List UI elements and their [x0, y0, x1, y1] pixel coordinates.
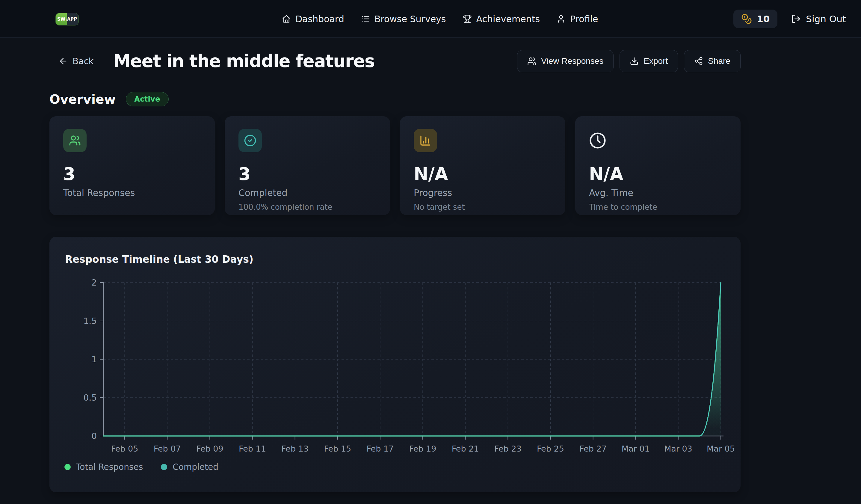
svg-text:1.5: 1.5 — [83, 316, 97, 326]
stat-label: Completed — [238, 188, 376, 198]
app-logo[interactable]: SW APP ⇄ — [56, 13, 79, 25]
stat-card-progress: N/A Progress No target set — [400, 116, 565, 215]
user-icon — [557, 14, 565, 23]
nav-right: 10 Sign Out — [733, 0, 846, 38]
response-timeline-chart: Feb 05Feb 07Feb 09Feb 11Feb 13Feb 15Feb … — [50, 237, 741, 492]
legend-dot-teal — [161, 464, 167, 470]
svg-text:Feb 21: Feb 21 — [452, 444, 479, 453]
check-circle-icon — [244, 134, 257, 147]
svg-text:0.5: 0.5 — [83, 393, 97, 403]
overview-section-header: Overview Active — [50, 90, 169, 108]
nav-menu: Dashboard Browse Surveys Achievements Pr… — [282, 0, 598, 38]
nav-item-label: Browse Surveys — [374, 14, 446, 24]
stat-subtext: No target set — [414, 203, 551, 212]
view-responses-label: View Responses — [541, 56, 603, 66]
svg-text:Feb 05: Feb 05 — [111, 444, 138, 453]
stat-card-total-responses: 3 Total Responses — [50, 116, 215, 215]
clock-icon — [589, 132, 606, 149]
page-title: Meet in the middle features — [113, 51, 374, 71]
nav-item-achievements[interactable]: Achievements — [463, 14, 540, 24]
svg-text:Feb 15: Feb 15 — [324, 444, 351, 453]
export-label: Export — [643, 56, 668, 66]
coins-balance[interactable]: 10 — [733, 10, 777, 28]
stat-label: Total Responses — [63, 188, 201, 198]
trophy-icon — [463, 14, 472, 23]
nav-item-dashboard[interactable]: Dashboard — [282, 14, 344, 24]
share-icon — [694, 57, 703, 66]
nav-item-label: Achievements — [476, 14, 540, 24]
back-label: Back — [72, 56, 94, 66]
share-label: Share — [708, 56, 730, 66]
nav-item-profile[interactable]: Profile — [557, 14, 598, 24]
svg-text:0: 0 — [91, 431, 97, 441]
chart-legend: Total Responses Completed — [65, 462, 218, 472]
stat-value: N/A — [414, 165, 551, 183]
page-header: Back Meet in the middle features View Re… — [50, 47, 741, 76]
bar-chart-icon — [420, 135, 432, 147]
legend-label: Completed — [173, 462, 218, 472]
svg-text:Feb 23: Feb 23 — [494, 444, 522, 453]
svg-text:Feb 13: Feb 13 — [281, 444, 309, 453]
svg-text:Feb 25: Feb 25 — [537, 444, 564, 453]
nav-item-browse-surveys[interactable]: Browse Surveys — [361, 14, 446, 24]
download-icon — [630, 57, 639, 66]
stat-label: Progress — [414, 188, 551, 198]
legend-label: Total Responses — [76, 462, 143, 472]
back-button[interactable]: Back — [58, 56, 94, 66]
top-nav: SW APP ⇄ Dashboard Browse Surveys Achiev… — [0, 0, 861, 38]
stat-value: N/A — [589, 165, 727, 183]
stat-value: 3 — [63, 165, 201, 183]
svg-text:Mar 05: Mar 05 — [707, 444, 735, 453]
svg-text:Feb 11: Feb 11 — [239, 444, 266, 453]
stat-subtext: 100.0% completion rate — [238, 203, 376, 212]
svg-text:Mar 01: Mar 01 — [621, 444, 650, 453]
legend-dot-green — [65, 464, 71, 470]
svg-text:Feb 17: Feb 17 — [367, 444, 394, 453]
users-icon — [69, 135, 81, 147]
overview-heading: Overview — [50, 92, 115, 107]
nav-item-label: Dashboard — [296, 14, 344, 24]
coins-count: 10 — [757, 13, 770, 24]
view-responses-button[interactable]: View Responses — [517, 50, 614, 72]
logo-swap-arrow-icon: ⇄ — [65, 17, 69, 22]
legend-item-completed: Completed — [161, 462, 218, 472]
share-button[interactable]: Share — [684, 50, 741, 72]
stat-subtext: Time to complete — [589, 203, 727, 212]
svg-text:Feb 09: Feb 09 — [196, 444, 223, 453]
header-actions: View Responses Export Share — [517, 50, 741, 72]
coins-icon — [741, 13, 752, 24]
svg-text:1: 1 — [91, 354, 97, 364]
stat-card-avg-time: N/A Avg. Time Time to complete — [575, 116, 741, 215]
stat-card-completed: 3 Completed 100.0% completion rate — [225, 116, 390, 215]
logout-icon — [791, 14, 801, 24]
sign-out-label: Sign Out — [806, 13, 846, 24]
arrow-left-icon — [58, 56, 68, 66]
svg-text:Feb 27: Feb 27 — [579, 444, 607, 453]
svg-text:2: 2 — [91, 278, 97, 288]
nav-item-label: Profile — [570, 14, 598, 24]
survey-dashboard-page: { "nav": { "logo": { "left": "SW", "righ… — [0, 0, 861, 504]
stat-cards: 3 Total Responses 3 Completed 100.0% com… — [50, 116, 741, 215]
export-button[interactable]: Export — [619, 50, 678, 72]
svg-text:Feb 19: Feb 19 — [409, 444, 437, 453]
stat-value: 3 — [238, 165, 376, 183]
sign-out-button[interactable]: Sign Out — [791, 13, 846, 24]
home-icon — [282, 14, 291, 23]
status-badge: Active — [126, 92, 168, 106]
list-icon — [361, 14, 370, 23]
svg-text:Mar 03: Mar 03 — [664, 444, 692, 453]
svg-text:Feb 07: Feb 07 — [154, 444, 181, 453]
stat-label: Avg. Time — [589, 188, 727, 198]
legend-item-total-responses: Total Responses — [65, 462, 143, 472]
users-icon — [527, 57, 536, 66]
response-timeline-card: Response Timeline (Last 30 Days) Feb 05F… — [50, 237, 741, 492]
